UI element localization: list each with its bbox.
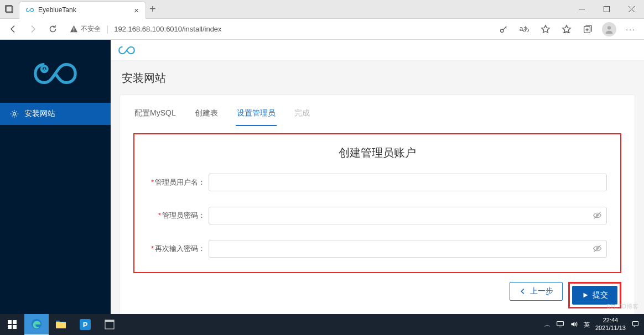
install-panel: 配置MySQL 创建表 设置管理员 完成 创建管理员账户 *管理员用户名： *管… (120, 95, 635, 314)
gear-icon (10, 109, 19, 118)
svg-rect-28 (56, 322, 66, 328)
toggle-password-icon[interactable] (593, 211, 602, 222)
tray-clock[interactable]: 22:44 2021/11/13 (595, 317, 626, 332)
url-text: 192.168.68.100:6010/install/index (114, 25, 221, 33)
svg-rect-32 (105, 320, 114, 322)
start-button[interactable] (0, 314, 24, 335)
address-field[interactable]: 不安全 | 192.168.68.100:6010/install/index (65, 21, 490, 38)
sidebar-item-label: 安装网站 (24, 109, 55, 119)
windows-taskbar: P ︿ 英 22:44 2021/11/13 (0, 314, 644, 335)
sidebar-item-install[interactable]: 安装网站 (0, 103, 111, 125)
svg-rect-3 (604, 7, 610, 12)
label-password: 管理员密码： (162, 211, 205, 219)
minimize-button[interactable] (569, 0, 594, 19)
insecure-badge[interactable]: 不安全 (70, 24, 101, 34)
tab-title: EyeblueTank (38, 6, 134, 14)
tray-chevron-icon[interactable]: ︿ (544, 321, 550, 329)
taskbar-edge-icon[interactable] (24, 314, 49, 335)
svg-rect-6 (74, 28, 75, 30)
step-set-admin[interactable]: 设置管理员 (236, 105, 277, 126)
new-tab-button[interactable]: + (149, 3, 156, 15)
content-topbar (111, 40, 644, 61)
refresh-button[interactable] (43, 20, 62, 39)
forward-button[interactable] (23, 20, 42, 39)
svg-point-13 (607, 26, 611, 29)
arrow-left-icon (519, 287, 527, 295)
svg-rect-25 (8, 325, 12, 329)
svg-rect-26 (13, 325, 17, 329)
sidebar: 安装网站 (0, 40, 111, 314)
play-icon (581, 291, 589, 299)
tab-actions-icon[interactable] (0, 0, 19, 19)
svg-rect-33 (557, 321, 564, 326)
svg-rect-24 (13, 320, 17, 324)
collections-icon[interactable] (578, 20, 598, 39)
submit-label: 提交 (593, 290, 608, 300)
button-row: 上一步 提交 (133, 282, 621, 308)
tray-volume-icon[interactable] (570, 320, 578, 329)
favorites-list-icon[interactable] (557, 20, 577, 39)
taskbar-terminal-icon[interactable] (97, 314, 122, 335)
browser-tab-bar: EyeblueTank × + (0, 0, 644, 19)
tray-date: 2021/11/13 (595, 324, 626, 332)
taskbar-explorer-icon[interactable] (49, 314, 73, 335)
tray-display-icon[interactable] (556, 320, 564, 329)
step-done: 完成 (293, 105, 311, 126)
tray-ime[interactable]: 英 (584, 321, 590, 329)
taskbar-app-p-icon[interactable]: P (73, 314, 97, 335)
form-title: 创建管理员账户 (148, 145, 607, 160)
main-content: 安装网站 配置MySQL 创建表 设置管理员 完成 创建管理员账户 *管理员用户… (111, 40, 644, 314)
close-tab-icon[interactable]: × (134, 6, 139, 15)
insecure-label: 不安全 (81, 24, 101, 34)
password-key-icon[interactable] (494, 20, 513, 39)
back-label: 上一步 (530, 286, 553, 296)
page-viewport: 安装网站 安装网站 配置MySQL 创建表 设置管理员 完成 创建管理员账户 (0, 40, 644, 314)
back-step-button[interactable]: 上一步 (510, 282, 563, 301)
confirm-password-input[interactable] (209, 240, 607, 258)
browser-address-bar: 不安全 | 192.168.68.100:6010/install/index … (0, 19, 644, 40)
step-mysql[interactable]: 配置MySQL (133, 105, 177, 126)
back-button[interactable] (3, 20, 22, 39)
svg-rect-35 (633, 321, 638, 326)
address-separator: | (106, 24, 108, 34)
tray-time: 22:44 (595, 317, 626, 324)
admin-password-input[interactable] (209, 207, 607, 224)
svg-point-18 (13, 113, 16, 116)
page-title: 安装网站 (120, 67, 635, 95)
field-confirm: *再次输入密码： (148, 240, 607, 258)
form-highlight-frame: 创建管理员账户 *管理员用户名： *管理员密码： *再次输入密码： (133, 133, 621, 273)
svg-rect-23 (8, 320, 12, 324)
label-username: 管理员用户名： (155, 178, 205, 186)
site-favicon-icon (26, 6, 34, 14)
svg-rect-7 (74, 30, 75, 32)
toggle-confirm-icon[interactable] (593, 244, 602, 255)
field-password: *管理员密码： (148, 207, 607, 224)
submit-button[interactable]: 提交 (572, 286, 617, 305)
step-create-table[interactable]: 创建表 (194, 105, 219, 126)
admin-username-input[interactable] (209, 174, 607, 191)
svg-text:P: P (83, 321, 88, 329)
tray-notifications-icon[interactable] (631, 320, 640, 329)
sidebar-logo-icon (33, 40, 78, 103)
more-menu-icon[interactable]: ··· (621, 20, 641, 39)
watermark: 51CTO博客 (607, 302, 638, 311)
field-username: *管理员用户名： (148, 174, 607, 191)
steps-nav: 配置MySQL 创建表 设置管理员 完成 (133, 105, 621, 127)
favorite-star-icon[interactable] (536, 20, 555, 39)
maximize-button[interactable] (594, 0, 619, 19)
browser-tab[interactable]: EyeblueTank × (19, 1, 146, 19)
topbar-logo-icon (118, 45, 135, 55)
profile-avatar[interactable] (602, 22, 616, 36)
label-confirm: 再次输入密码： (155, 244, 205, 253)
close-window-button[interactable] (619, 0, 644, 19)
reading-mode-icon[interactable]: aあ (515, 20, 534, 39)
